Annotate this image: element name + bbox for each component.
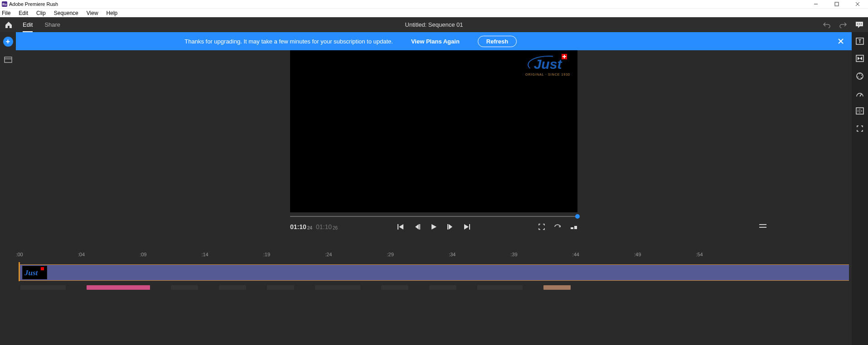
ruler-mark: :29 xyxy=(387,252,394,257)
menu-edit[interactable]: Edit xyxy=(18,10,29,16)
video-preview[interactable]: Just ORIGINAL · SINCE 1930 xyxy=(290,50,577,212)
home-button[interactable] xyxy=(5,21,13,29)
svg-line-34 xyxy=(860,94,862,96)
media-thumb[interactable] xyxy=(543,285,571,290)
redo-button[interactable] xyxy=(839,22,847,28)
clip-thumbnail[interactable]: Just xyxy=(22,266,47,279)
media-thumb[interactable] xyxy=(20,285,66,290)
app-bar: Edit Share Untitled: Sequence 01 xyxy=(0,17,868,32)
svg-point-31 xyxy=(861,75,862,76)
banner-message: Thanks for upgrading. It may take a few … xyxy=(184,38,393,45)
audio-panel-icon[interactable] xyxy=(856,107,864,115)
menu-help[interactable]: Help xyxy=(106,10,119,16)
go-to-end-button[interactable] xyxy=(463,224,470,230)
project-panel-icon[interactable] xyxy=(4,57,12,63)
media-thumb[interactable] xyxy=(267,285,294,290)
current-time: 01:1024 xyxy=(290,223,312,230)
timeline-options-button[interactable] xyxy=(759,223,767,229)
loop-button[interactable] xyxy=(554,224,561,230)
svg-marker-13 xyxy=(415,224,419,230)
sequence-title: Untitled: Sequence 01 xyxy=(405,21,463,28)
svg-point-33 xyxy=(858,77,858,77)
view-plans-link[interactable]: View Plans Again xyxy=(411,38,460,45)
menu-file[interactable]: File xyxy=(1,10,11,16)
timeline-ruler[interactable]: :00:04:09:14:19:24:29:34:39:44:49:54 xyxy=(16,252,852,262)
left-rail: + xyxy=(0,32,16,345)
svg-point-5 xyxy=(859,24,860,24)
feedback-icon[interactable] xyxy=(855,21,863,29)
media-thumb[interactable] xyxy=(87,285,150,290)
expand-tracks-button[interactable] xyxy=(570,224,577,230)
svg-marker-17 xyxy=(449,224,452,230)
app-icon: Ru xyxy=(2,1,7,7)
undo-button[interactable] xyxy=(823,22,831,28)
transitions-panel-icon[interactable] xyxy=(856,55,864,62)
media-thumb[interactable] xyxy=(429,285,456,290)
media-thumb[interactable] xyxy=(315,285,360,290)
menu-view[interactable]: View xyxy=(86,10,99,16)
play-button[interactable] xyxy=(431,224,437,230)
svg-rect-11 xyxy=(398,224,398,230)
right-rail: T xyxy=(852,32,868,345)
clip-swiss-cross-icon xyxy=(41,267,44,270)
svg-rect-16 xyxy=(447,224,448,230)
window-close-button[interactable] xyxy=(847,0,868,8)
svg-marker-18 xyxy=(464,224,469,230)
step-back-button[interactable] xyxy=(414,224,421,230)
svg-rect-20 xyxy=(571,227,573,229)
upgrade-banner: Thanks for upgrading. It may take a few … xyxy=(16,32,852,50)
step-forward-button[interactable] xyxy=(447,224,453,230)
svg-marker-28 xyxy=(860,57,862,60)
scrub-bar[interactable] xyxy=(290,216,577,217)
ruler-mark: :39 xyxy=(510,252,517,257)
color-panel-icon[interactable] xyxy=(856,72,864,80)
ruler-mark: :49 xyxy=(634,252,641,257)
logo-text: Just xyxy=(534,57,562,72)
clip-logo-text: Just xyxy=(24,268,38,278)
svg-marker-12 xyxy=(399,224,403,230)
svg-point-6 xyxy=(861,24,862,24)
window-minimize-button[interactable] xyxy=(805,0,826,8)
ruler-mark: :00 xyxy=(16,252,23,257)
media-thumb[interactable] xyxy=(171,285,198,290)
ruler-mark: :54 xyxy=(696,252,703,257)
ruler-mark: :34 xyxy=(449,252,456,257)
media-thumbnail-row xyxy=(16,285,852,290)
timeline: :00:04:09:14:19:24:29:34:39:44:49:54 Jus… xyxy=(16,252,852,345)
tab-share[interactable]: Share xyxy=(44,21,60,28)
svg-point-4 xyxy=(857,24,858,24)
speed-panel-icon[interactable] xyxy=(856,90,864,97)
window-maximize-button[interactable] xyxy=(826,0,847,8)
playhead[interactable] xyxy=(19,262,20,281)
ruler-mark: :04 xyxy=(78,252,85,257)
app-title: Adobe Premiere Rush xyxy=(9,1,58,7)
media-thumb[interactable] xyxy=(381,285,408,290)
svg-marker-27 xyxy=(858,57,860,60)
media-thumb[interactable] xyxy=(477,285,523,290)
video-track[interactable]: Just xyxy=(19,264,849,281)
fullscreen-button[interactable] xyxy=(538,224,545,230)
svg-rect-21 xyxy=(574,226,577,229)
refresh-button[interactable]: Refresh xyxy=(478,36,517,47)
menu-clip[interactable]: Clip xyxy=(35,10,47,16)
menu-sequence[interactable]: Sequence xyxy=(53,10,79,16)
ruler-mark: :09 xyxy=(140,252,146,257)
ruler-mark: :19 xyxy=(263,252,270,257)
go-to-start-button[interactable] xyxy=(397,224,404,230)
titles-panel-icon[interactable]: T xyxy=(856,38,864,45)
banner-close-button[interactable] xyxy=(838,38,844,44)
duration-time: 01:1026 xyxy=(316,223,338,230)
svg-rect-14 xyxy=(419,224,420,230)
svg-rect-1 xyxy=(835,2,839,6)
scrub-handle[interactable] xyxy=(575,214,580,219)
svg-text:T: T xyxy=(858,39,861,44)
preview-logo: Just ORIGINAL · SINCE 1930 xyxy=(525,57,570,76)
svg-rect-7 xyxy=(5,57,12,62)
media-thumb[interactable] xyxy=(219,285,246,290)
svg-point-30 xyxy=(859,73,860,74)
ruler-mark: :24 xyxy=(325,252,332,257)
add-media-button[interactable]: + xyxy=(3,37,13,47)
transform-panel-icon[interactable] xyxy=(856,125,864,133)
tab-edit[interactable]: Edit xyxy=(23,21,33,28)
window-titlebar: Ru Adobe Premiere Rush xyxy=(0,0,868,8)
